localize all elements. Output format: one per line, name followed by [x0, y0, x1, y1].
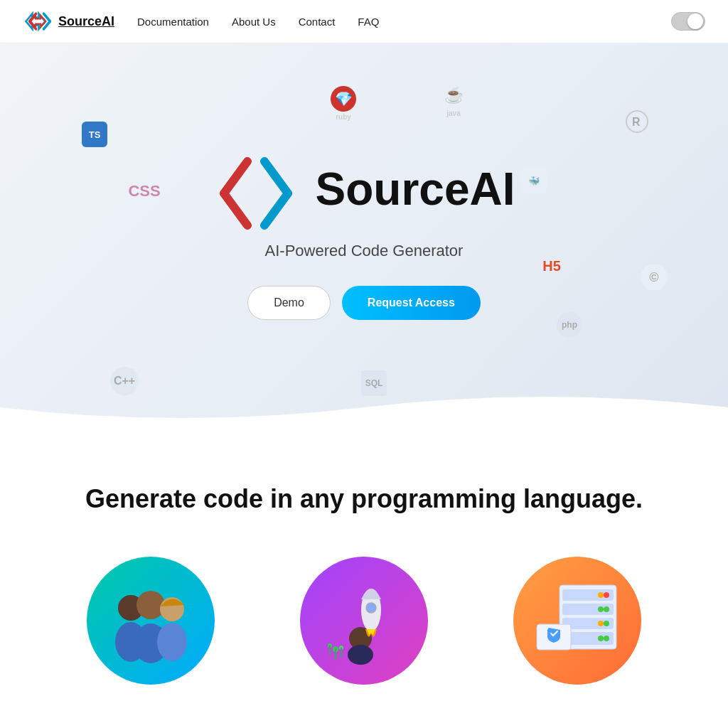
- ruby-icon: 💎 ruby: [331, 86, 356, 121]
- server-illustration-icon: [524, 571, 631, 670]
- nav-contact[interactable]: Contact: [299, 16, 336, 28]
- server-circle: [513, 557, 641, 685]
- csharp-icon: ©: [641, 264, 668, 292]
- svg-point-30: [598, 621, 604, 626]
- features-title: Generate code in any programming languag…: [28, 484, 700, 514]
- svg-point-25: [604, 592, 609, 598]
- svg-point-28: [598, 606, 604, 612]
- demo-button[interactable]: Demo: [247, 286, 331, 320]
- svg-point-29: [604, 621, 609, 626]
- nav-documentation[interactable]: Documentation: [137, 16, 209, 28]
- request-access-button[interactable]: Request Access: [342, 286, 481, 320]
- typescript-icon: TS: [82, 122, 107, 149]
- nav-faq[interactable]: FAQ: [358, 16, 379, 28]
- svg-text:R: R: [632, 116, 641, 128]
- docker-icon: 🐳: [521, 168, 547, 195]
- features-grid: [28, 557, 700, 696]
- hero-section: TS 💎 ruby ☕ java R CSS 🐳 H5 © ⚖ Scala: [0, 43, 728, 427]
- feature-card-rocket: [279, 557, 449, 696]
- php-icon: php: [557, 312, 582, 339]
- java-icon: ☕ java: [441, 82, 466, 117]
- svg-point-31: [604, 636, 609, 641]
- theme-toggle-wrapper: [671, 12, 705, 31]
- svg-point-9: [157, 623, 187, 661]
- hero-logo-icon: [213, 151, 299, 236]
- svg-point-27: [604, 606, 609, 612]
- team-illustration-icon: [101, 578, 200, 663]
- brand-link[interactable]: SourceAI: [23, 9, 114, 34]
- svg-point-26: [598, 592, 604, 598]
- nav-links: Documentation About Us Contact FAQ: [137, 16, 671, 28]
- features-section: Generate code in any programming languag…: [0, 427, 728, 724]
- rocket-illustration-icon: [314, 571, 414, 670]
- r-lang-icon: R: [624, 109, 650, 136]
- hero-buttons: Demo Request Access: [213, 286, 515, 320]
- sourceai-logo-icon: [27, 9, 53, 34]
- svg-point-11: [348, 645, 373, 665]
- hero-title: SourceAI: [316, 164, 515, 214]
- feature-card-team: [65, 557, 236, 696]
- nav-about-us[interactable]: About Us: [232, 16, 276, 28]
- hero-wave-decoration: [0, 386, 728, 427]
- team-circle: [87, 557, 215, 685]
- hero-content: SourceAI AI-Powered Code Generator Demo …: [213, 151, 515, 320]
- rocket-circle: [300, 557, 428, 685]
- toggle-knob: [687, 14, 703, 29]
- svg-point-2: [626, 111, 648, 132]
- svg-point-6: [136, 591, 165, 619]
- navbar: SourceAI Documentation About Us Contact …: [0, 0, 728, 43]
- brand-text: SourceAI: [58, 14, 114, 29]
- theme-toggle[interactable]: [671, 12, 705, 31]
- html5-icon: H5: [539, 253, 564, 280]
- css-icon: CSS: [132, 178, 157, 205]
- feature-card-server: [492, 557, 663, 696]
- svg-point-32: [598, 636, 604, 641]
- svg-point-13: [366, 603, 376, 613]
- hero-subtitle: AI-Powered Code Generator: [213, 242, 515, 260]
